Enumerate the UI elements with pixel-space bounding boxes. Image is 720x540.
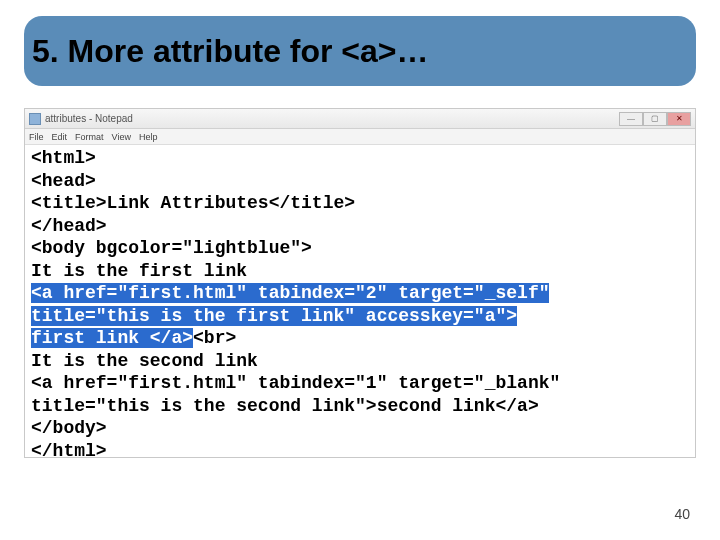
menu-view[interactable]: View xyxy=(112,132,131,142)
window-controls: — ▢ ✕ xyxy=(619,112,691,126)
menu-edit[interactable]: Edit xyxy=(52,132,68,142)
slide-title: 5. More attribute for <a>… xyxy=(32,33,429,70)
code-line-highlight: title="this is the first link" accesskey… xyxy=(31,306,517,326)
code-area: <html> <head> <title>Link Attributes</ti… xyxy=(25,145,695,464)
code-line: <title>Link Attributes</title> xyxy=(31,193,355,213)
code-line: </body> xyxy=(31,418,107,438)
code-line: <html> xyxy=(31,148,96,168)
code-line: It is the first link xyxy=(31,261,247,281)
code-line: </html> xyxy=(31,441,107,461)
window-titlebar: attributes - Notepad — ▢ ✕ xyxy=(25,109,695,129)
window-title: attributes - Notepad xyxy=(45,113,133,124)
code-line-highlight: <a href="first.html" tabindex="2" target… xyxy=(31,283,549,303)
code-line: <br> xyxy=(193,328,236,348)
notepad-icon xyxy=(29,113,41,125)
code-line: It is the second link xyxy=(31,351,258,371)
menubar: File Edit Format View Help xyxy=(25,129,695,145)
code-line: <head> xyxy=(31,171,96,191)
minimize-button[interactable]: — xyxy=(619,112,643,126)
menu-file[interactable]: File xyxy=(29,132,44,142)
menu-help[interactable]: Help xyxy=(139,132,158,142)
menu-format[interactable]: Format xyxy=(75,132,104,142)
close-button[interactable]: ✕ xyxy=(667,112,691,126)
code-line-highlight: first link </a> xyxy=(31,328,193,348)
code-line: title="this is the second link">second l… xyxy=(31,396,539,416)
page-number: 40 xyxy=(674,506,690,522)
notepad-window: attributes - Notepad — ▢ ✕ File Edit For… xyxy=(24,108,696,458)
code-line: <a href="first.html" tabindex="1" target… xyxy=(31,373,560,393)
code-line: </head> xyxy=(31,216,107,236)
code-line: <body bgcolor="lightblue"> xyxy=(31,238,312,258)
maximize-button[interactable]: ▢ xyxy=(643,112,667,126)
slide-title-banner: 5. More attribute for <a>… xyxy=(24,16,696,86)
